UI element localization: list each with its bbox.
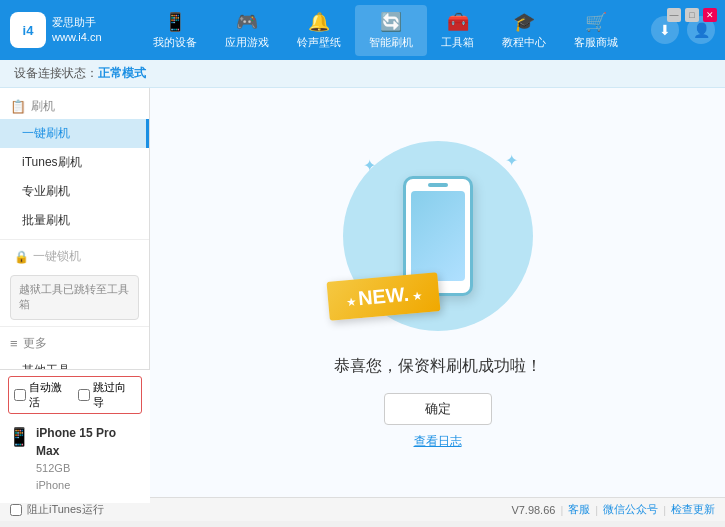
apps-icon: 🎮 — [236, 11, 258, 33]
connection-status: 正常模式 — [98, 65, 146, 82]
confirm-button[interactable]: 确定 — [384, 393, 492, 425]
sidebar-item-pro-flash[interactable]: 专业刷机 — [0, 177, 149, 206]
nav-bar: 📱 我的设备 🎮 应用游戏 🔔 铃声壁纸 🔄 智能刷机 🧰 工具箱 🎓 — [120, 5, 651, 56]
lock-icon: 🔒 — [14, 250, 29, 264]
nav-ringtones[interactable]: 🔔 铃声壁纸 — [283, 5, 355, 56]
success-message: 恭喜您，保资料刷机成功啦！ — [334, 356, 542, 377]
nav-flash[interactable]: 🔄 智能刷机 — [355, 5, 427, 56]
logo-icon: i4 — [10, 12, 46, 48]
app-logo: i4 爱思助手 www.i4.cn — [10, 12, 120, 48]
device-phone-icon: 📱 — [8, 426, 30, 448]
main-content: ✦ ✦ ✦ NEW. 恭喜您，保资料刷机成功啦！ 确定 查看日志 — [150, 88, 725, 497]
wechat-link[interactable]: 微信公众号 — [603, 502, 658, 517]
device-storage: 512GB — [36, 460, 142, 477]
flash-section-icon: 📋 — [10, 99, 26, 114]
close-button[interactable]: ✕ — [703, 8, 717, 22]
tools-icon: 🧰 — [447, 11, 469, 33]
phone-notch — [428, 183, 448, 187]
sidebar-flash-section: 📋 刷机 一键刷机 iTunes刷机 专业刷机 批量刷机 — [0, 94, 149, 235]
nav-apps[interactable]: 🎮 应用游戏 — [211, 5, 283, 56]
sidebar-item-onekey-flash[interactable]: 一键刷机 — [0, 119, 149, 148]
sidebar-divider-2 — [0, 326, 149, 327]
device-info: 📱 iPhone 15 Pro Max 512GB iPhone — [8, 420, 142, 497]
maximize-button[interactable]: □ — [685, 8, 699, 22]
nav-tools[interactable]: 🧰 工具箱 — [427, 5, 488, 56]
device-details: iPhone 15 Pro Max 512GB iPhone — [36, 424, 142, 493]
sidebar-item-itunes-flash[interactable]: iTunes刷机 — [0, 148, 149, 177]
device-type: iPhone — [36, 477, 142, 494]
check-update-link[interactable]: 检查更新 — [671, 502, 715, 517]
nav-store[interactable]: 🛒 客服商城 — [560, 5, 632, 56]
flash-icon: 🔄 — [380, 11, 402, 33]
main-area: 📋 刷机 一键刷机 iTunes刷机 专业刷机 批量刷机 🔒 一键锁机 越狱工具… — [0, 88, 725, 497]
app-header: i4 爱思助手 www.i4.cn 📱 我的设备 🎮 应用游戏 🔔 铃声壁纸 🔄 — [0, 0, 725, 60]
sidebar-section-flash-header: 📋 刷机 — [0, 94, 149, 119]
phone-illustration: ✦ ✦ ✦ NEW. — [338, 136, 538, 336]
auto-guide-option[interactable]: 跳过向导 — [78, 380, 136, 410]
auto-options-box: 自动激活 跳过向导 — [8, 376, 142, 414]
sidebar-item-batch-flash[interactable]: 批量刷机 — [0, 206, 149, 235]
itunes-block-checkbox[interactable] — [10, 504, 22, 516]
version-label: V7.98.66 — [511, 504, 555, 516]
nav-my-device[interactable]: 📱 我的设备 — [139, 5, 211, 56]
sidebar: 📋 刷机 一键刷机 iTunes刷机 专业刷机 批量刷机 🔒 一键锁机 越狱工具… — [0, 88, 150, 497]
auto-activate-option[interactable]: 自动激活 — [14, 380, 72, 410]
window-controls: — □ ✕ — [667, 8, 717, 22]
sidebar-section-more-header: ≡ 更多 — [0, 331, 149, 356]
more-section-icon: ≡ — [10, 336, 18, 351]
tutorials-icon: 🎓 — [513, 11, 535, 33]
ringtone-icon: 🔔 — [308, 11, 330, 33]
nav-tutorials[interactable]: 🎓 教程中心 — [488, 5, 560, 56]
customer-service-link[interactable]: 客服 — [568, 502, 590, 517]
sidebar-divider-1 — [0, 239, 149, 240]
itunes-block-label: 阻止iTunes运行 — [27, 502, 104, 517]
minimize-button[interactable]: — — [667, 8, 681, 22]
phone-screen — [411, 191, 465, 281]
view-log-link[interactable]: 查看日志 — [414, 433, 462, 450]
store-icon: 🛒 — [585, 11, 607, 33]
device-icon: 📱 — [164, 11, 186, 33]
logo-text: 爱思助手 www.i4.cn — [52, 15, 102, 46]
auto-activate-checkbox[interactable] — [14, 389, 26, 401]
sidebar-disabled-lock: 🔒 一键锁机 — [0, 244, 149, 269]
sidebar-notice: 越狱工具已跳转至工具箱 — [10, 275, 139, 320]
device-name: iPhone 15 Pro Max — [36, 424, 142, 460]
sparkle-top-left: ✦ — [363, 156, 376, 175]
auto-guide-checkbox[interactable] — [78, 389, 90, 401]
sparkle-top-right: ✦ — [505, 151, 518, 170]
sub-header: 设备连接状态： 正常模式 — [0, 60, 725, 88]
